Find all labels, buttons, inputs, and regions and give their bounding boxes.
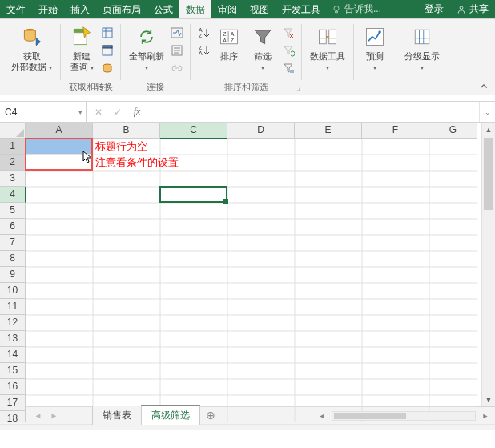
database-import-icon (19, 24, 45, 50)
row-header-4[interactable]: 4 (0, 187, 26, 203)
tab-data[interactable]: 数据 (179, 0, 211, 18)
tab-insert[interactable]: 插入 (64, 0, 96, 18)
col-header-G[interactable]: G (429, 123, 477, 139)
svg-rect-24 (415, 30, 429, 44)
col-header-B[interactable]: B (93, 123, 160, 139)
row-header-18[interactable]: 18 (0, 411, 26, 422)
sort-desc-button[interactable]: ZA (195, 42, 211, 59)
name-box-dropdown-icon[interactable]: ▾ (78, 108, 82, 116)
criteria-range-highlight (25, 138, 93, 171)
col-header-D[interactable]: D (227, 123, 295, 139)
forecast-button[interactable]: 预测▾ (359, 22, 391, 74)
hscroll-right-button[interactable]: ► (479, 412, 492, 420)
cancel-formula-button[interactable]: ✕ (91, 107, 106, 118)
expand-formula-bar-button[interactable]: ⌄ (479, 102, 495, 122)
row-header-16[interactable]: 16 (0, 379, 26, 395)
col-header-A[interactable]: A (26, 123, 93, 139)
filter-label: 筛选▾ (254, 51, 272, 72)
row-header-6[interactable]: 6 (0, 219, 26, 235)
ribbon-tabs: 文件 开始 插入 页面布局 公式 数据 审阅 视图 开发工具 (0, 0, 327, 18)
group-sort-filter: AZ ZA ZAAZ 排序 筛选▾ 排序和筛选 (191, 21, 301, 95)
data-tools-button[interactable]: 数据工具▾ (307, 22, 348, 74)
row-header-17[interactable]: 17 (0, 395, 26, 411)
svg-point-0 (334, 6, 339, 10)
ribbon-tab-strip: 文件 开始 插入 页面布局 公式 数据 审阅 视图 开发工具 告诉我... 登录… (0, 0, 495, 19)
row-header-8[interactable]: 8 (0, 251, 26, 267)
scroll-thumb[interactable] (484, 138, 493, 210)
row-header-7[interactable]: 7 (0, 235, 26, 251)
tab-view[interactable]: 视图 (243, 0, 276, 18)
clear-filter-button[interactable] (280, 25, 296, 41)
formula-input[interactable] (149, 107, 474, 118)
hscroll-thumb[interactable] (334, 413, 406, 419)
properties-button[interactable] (169, 42, 185, 59)
select-all-corner[interactable] (0, 123, 26, 139)
tab-review[interactable]: 审阅 (211, 0, 243, 18)
insert-function-button[interactable]: fx (130, 106, 144, 118)
edit-links-button[interactable] (169, 60, 185, 76)
outline-icon (409, 24, 435, 50)
row-header-10[interactable]: 10 (0, 283, 26, 299)
tab-file[interactable]: 文件 (0, 0, 32, 18)
scroll-down-button[interactable]: ▼ (482, 393, 495, 406)
worksheet-grid[interactable]: A B C D E F G 1 2 3 4 5 6 7 8 9 10 11 12… (0, 123, 495, 406)
col-header-C[interactable]: C (160, 123, 227, 139)
get-external-data-button[interactable]: 获取 外部数据 ▾ (8, 22, 55, 74)
share-button[interactable]: 共享 (450, 0, 495, 19)
row-header-11[interactable]: 11 (0, 299, 26, 315)
row-header-3[interactable]: 3 (0, 171, 26, 187)
row-header-5[interactable]: 5 (0, 203, 26, 219)
col-header-E[interactable]: E (295, 123, 362, 139)
data-tools-icon (315, 24, 340, 50)
name-box[interactable]: ▾ (0, 102, 87, 122)
column-headers: A B C D E F G (26, 123, 477, 139)
svg-text:Z: Z (199, 45, 203, 50)
show-queries-button[interactable] (99, 25, 115, 41)
name-box-input[interactable] (5, 107, 66, 118)
login-button[interactable]: 登录 (418, 0, 450, 19)
tell-me-text: 告诉我... (344, 2, 381, 16)
tab-formulas[interactable]: 公式 (147, 0, 179, 18)
svg-text:A: A (223, 38, 227, 43)
sort-asc-button[interactable]: AZ (195, 25, 211, 41)
row-header-9[interactable]: 9 (0, 267, 26, 283)
formula-bar: ▾ ✕ ✓ fx ⌄ (0, 102, 495, 123)
advanced-filter-button[interactable] (280, 60, 296, 76)
row-header-2[interactable]: 2 (0, 155, 26, 171)
row-header-15[interactable]: 15 (0, 363, 26, 379)
outline-button[interactable]: 分级显示▾ (401, 22, 443, 74)
outline-label: 分级显示▾ (404, 51, 440, 72)
row-header-12[interactable]: 12 (0, 315, 26, 331)
annotation-title-row-empty: 标题行为空 (95, 139, 147, 154)
group-label-sort-filter: 排序和筛选 (191, 81, 301, 93)
hscroll-track[interactable] (332, 411, 476, 421)
tab-home[interactable]: 开始 (32, 0, 64, 18)
from-table-button[interactable] (99, 42, 115, 59)
row-header-1[interactable]: 1 (0, 139, 26, 155)
connections-button[interactable] (169, 25, 185, 41)
sheet-tab-sales[interactable]: 销售表 (92, 406, 142, 425)
sort-icon: ZAAZ (216, 24, 242, 50)
col-header-F[interactable]: F (362, 123, 429, 139)
ribbon: 获取 外部数据 ▾ 新建 查询 ▾ 获取和转换 (0, 19, 495, 95)
accept-formula-button[interactable]: ✓ (111, 107, 125, 118)
tab-page-layout[interactable]: 页面布局 (96, 0, 147, 18)
tab-developer[interactable]: 开发工具 (276, 0, 327, 18)
filter-button[interactable]: 筛选▾ (247, 22, 279, 76)
scroll-up-button[interactable]: ▲ (482, 123, 495, 136)
vertical-scrollbar[interactable]: ▲ ▼ (481, 123, 495, 406)
refresh-all-button[interactable]: 全部刷新▾ (126, 22, 167, 76)
group-data-tools: 数据工具▾ (302, 21, 353, 95)
tell-me-box[interactable]: 告诉我... (327, 0, 418, 18)
collapse-ribbon-button[interactable] (477, 80, 490, 93)
sheet-tab-advanced-filter[interactable]: 高级筛选 (141, 405, 200, 425)
new-query-button[interactable]: 新建 查询 ▾ (66, 22, 98, 76)
scroll-track[interactable] (482, 136, 495, 393)
reapply-filter-button[interactable] (280, 42, 296, 59)
recent-sources-button[interactable] (99, 60, 115, 76)
sort-button[interactable]: ZAAZ 排序 (213, 22, 245, 76)
row-header-13[interactable]: 13 (0, 331, 26, 347)
row-header-14[interactable]: 14 (0, 347, 26, 363)
svg-text:Z: Z (223, 31, 227, 37)
sort-label: 排序 (220, 51, 238, 72)
